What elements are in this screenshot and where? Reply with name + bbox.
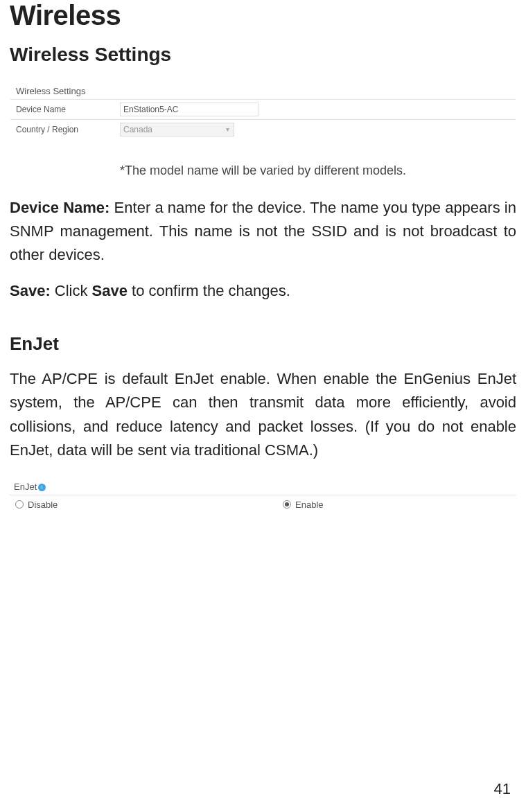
screenshot-header: Wireless Settings	[10, 82, 516, 99]
enjet-screenshot: EnJeti Disable Enable	[10, 479, 516, 514]
enjet-option-disable[interactable]: Disable	[15, 500, 283, 510]
enjet-header-text: EnJet	[14, 482, 37, 492]
table-row: Country / Region Canada	[10, 120, 516, 140]
section-heading-wireless-settings: Wireless Settings	[10, 44, 516, 66]
country-region-label: Country / Region	[10, 120, 114, 140]
device-name-input[interactable]	[120, 103, 258, 116]
option-label: Enable	[295, 500, 323, 510]
page-title: Wireless	[10, 0, 516, 31]
wireless-settings-screenshot: Wireless Settings Device Name Country / …	[10, 81, 516, 140]
enjet-screenshot-header: EnJeti	[10, 479, 516, 495]
device-name-cell	[114, 100, 516, 120]
option-label: Disable	[28, 500, 58, 510]
device-name-label: Device Name	[10, 100, 114, 120]
model-footnote: *The model name will be varied by differ…	[10, 164, 516, 178]
device-name-paragraph: Device Name: Enter a name for the device…	[10, 196, 516, 267]
table-row: Device Name	[10, 100, 516, 120]
save-bold: Save	[92, 282, 128, 299]
enjet-option-enable[interactable]: Enable	[283, 500, 323, 510]
device-name-term: Device Name:	[10, 199, 109, 216]
section-heading-enjet: EnJet	[10, 333, 516, 355]
country-region-select[interactable]: Canada	[120, 123, 234, 136]
save-pre: Click	[51, 282, 92, 299]
document-page: Wireless Wireless Settings Wireless Sett…	[0, 0, 526, 812]
radio-icon	[283, 500, 291, 509]
country-region-cell: Canada	[114, 120, 516, 140]
radio-icon	[15, 500, 24, 509]
settings-table: Device Name Country / Region Canada	[10, 99, 516, 139]
info-icon: i	[38, 484, 46, 491]
save-paragraph: Save: Click Save to confirm the changes.	[10, 279, 516, 303]
save-term: Save:	[10, 282, 51, 299]
page-number: 41	[494, 780, 511, 798]
save-post: to confirm the changes.	[128, 282, 290, 299]
enjet-options-row: Disable Enable	[10, 495, 516, 514]
enjet-paragraph: The AP/CPE is default EnJet enable. When…	[10, 367, 516, 461]
